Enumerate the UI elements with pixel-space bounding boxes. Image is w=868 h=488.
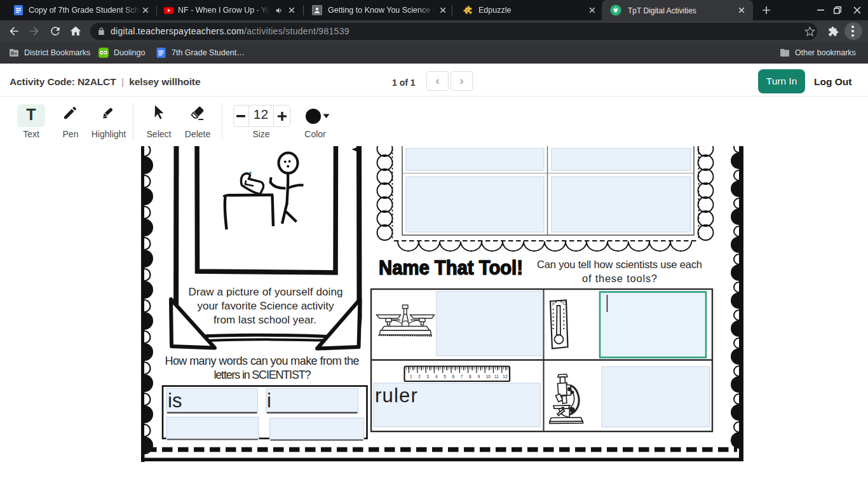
- svg-text:9: 9: [477, 374, 480, 379]
- svg-text:3: 3: [427, 374, 430, 379]
- svg-text:10: 10: [486, 374, 491, 379]
- svg-text:F: F: [552, 301, 555, 307]
- svg-text:of these tools?: of these tools?: [582, 273, 657, 284]
- svg-text:C: C: [563, 301, 567, 306]
- svg-text:6: 6: [452, 374, 455, 379]
- svg-text:1: 1: [410, 374, 412, 379]
- svg-text:How many words can you make fr: How many words can you make from the: [165, 355, 360, 367]
- svg-text:4: 4: [435, 374, 438, 379]
- svg-text:5: 5: [444, 374, 446, 379]
- svg-text:Can you tell how scientists us: Can you tell how scientists use each: [537, 259, 702, 270]
- svg-text:from last school year.: from last school year.: [214, 314, 316, 326]
- svg-text:your favorite Science activity: your favorite Science activity: [198, 300, 335, 312]
- svg-text:2: 2: [418, 374, 421, 379]
- svg-text:Name That Tool!: Name That Tool!: [379, 257, 523, 279]
- svg-text:12: 12: [503, 374, 508, 379]
- svg-text:i: i: [267, 390, 271, 412]
- svg-text:11: 11: [494, 374, 499, 379]
- svg-text:letters in SCIENTIST?: letters in SCIENTIST?: [214, 369, 311, 381]
- svg-text:is: is: [168, 390, 182, 412]
- svg-text:8: 8: [469, 374, 471, 379]
- svg-text:ruler: ruler: [375, 384, 418, 407]
- svg-text:7: 7: [461, 374, 463, 379]
- svg-text:Draw a picture of yourself doi: Draw a picture of yourself doing: [189, 286, 343, 298]
